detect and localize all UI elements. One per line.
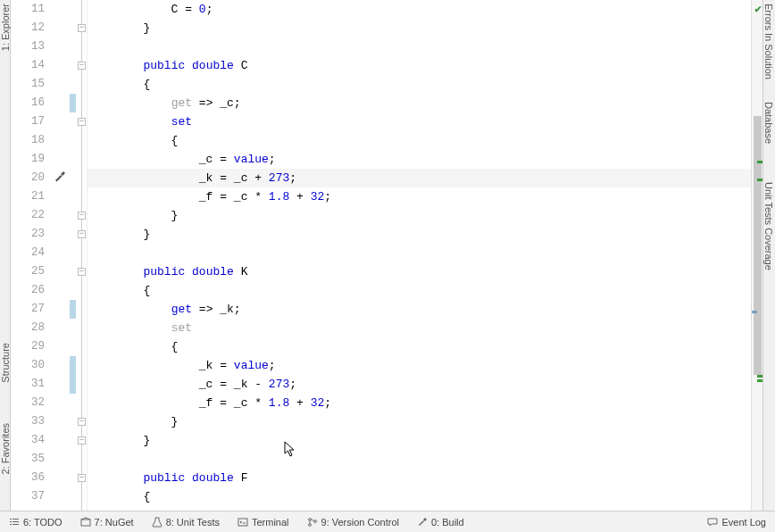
flask-icon (152, 517, 162, 528)
marker-gutter[interactable] (52, 0, 70, 511)
terminal-icon (238, 517, 248, 528)
code-line[interactable]: set (88, 112, 762, 131)
build-tool[interactable]: 0: Build (408, 511, 473, 532)
fold-toggle[interactable]: − (78, 24, 86, 32)
editor-scrollbar[interactable]: ✔ (751, 0, 762, 511)
favorites-tab[interactable]: 2: Favorites (0, 420, 11, 478)
database-tab[interactable]: Database (763, 98, 774, 147)
code-line[interactable]: { (88, 75, 762, 94)
code-editor[interactable]: 1112131415161718192021222324252627282930… (11, 0, 762, 511)
code-line[interactable]: _f = _c * 1.8 + 32; (88, 187, 762, 206)
line-number: 13 (11, 37, 45, 56)
fold-toggle[interactable]: − (78, 118, 86, 126)
line-number: 35 (11, 450, 45, 469)
code-line[interactable] (88, 450, 762, 469)
code-line[interactable]: _k = value; (88, 356, 762, 375)
line-number-gutter: 1112131415161718192021222324252627282930… (11, 0, 52, 511)
coverage-tab[interactable]: Unit Tests Coverage (763, 179, 774, 274)
code-line[interactable]: _f = _c * 1.8 + 32; (88, 394, 762, 412)
svg-point-4 (313, 520, 316, 522)
line-number: 16 (11, 94, 45, 112)
code-line[interactable]: get => _c; (88, 94, 762, 112)
speech-icon (707, 517, 718, 528)
line-number: 11 (11, 0, 45, 19)
code-line[interactable]: _c = _k - 273; (88, 375, 762, 394)
code-line[interactable]: public double F (88, 469, 762, 487)
code-line[interactable]: C = 0; (88, 0, 762, 19)
line-number: 17 (11, 112, 45, 131)
line-number: 25 (11, 262, 45, 281)
code-line[interactable]: } (88, 412, 762, 431)
marker-green[interactable] (757, 379, 762, 382)
fold-toggle[interactable]: − (78, 474, 86, 482)
left-tool-window-bar[interactable]: 1: Explorer Structure 2: Favorites (0, 0, 11, 511)
code-line[interactable]: _c = value; (88, 150, 762, 169)
code-line[interactable]: public double C (88, 56, 762, 75)
line-number: 27 (11, 300, 45, 319)
line-number: 14 (11, 56, 45, 75)
code-line[interactable]: { (88, 337, 762, 356)
errors-tab[interactable]: Errors In Solution (763, 0, 774, 83)
marker-green[interactable] (757, 375, 762, 378)
line-number: 37 (11, 487, 45, 506)
structure-tab[interactable]: Structure (0, 339, 11, 387)
line-number: 29 (11, 337, 45, 356)
hammer-icon (417, 517, 428, 528)
event-log-tool[interactable]: Event Log (698, 511, 775, 532)
line-number: 28 (11, 319, 45, 337)
marker-green[interactable] (757, 161, 762, 163)
fold-toggle[interactable]: − (78, 62, 86, 70)
fold-toggle[interactable]: − (78, 418, 86, 426)
code-line[interactable]: { (88, 131, 762, 150)
folding-gutter[interactable]: −−−−−−−−− (77, 0, 88, 511)
svg-point-2 (308, 518, 311, 520)
code-line[interactable]: { (88, 281, 762, 300)
code-line[interactable]: get => _k; (88, 300, 762, 319)
fold-toggle[interactable]: − (78, 230, 86, 238)
version-control-tool[interactable]: 9: Version Control (298, 511, 408, 532)
code-line[interactable] (88, 37, 762, 56)
line-number: 19 (11, 150, 45, 169)
list-icon (9, 517, 20, 528)
code-line[interactable]: } (88, 19, 762, 37)
change-gutter (70, 0, 77, 511)
code-line[interactable]: } (88, 206, 762, 225)
explorer-tab[interactable]: 1: Explorer (0, 0, 11, 54)
fold-toggle[interactable]: − (78, 436, 86, 445)
scrollbar-thumb[interactable] (754, 116, 762, 375)
todo-tool[interactable]: 6: TODO (0, 511, 71, 532)
fold-toggle[interactable]: − (78, 212, 86, 220)
code-line[interactable]: _k = _c + 273; (88, 169, 762, 187)
code-line[interactable]: set (88, 319, 762, 337)
hammer-icon[interactable] (54, 170, 66, 187)
code-line[interactable]: public double K (88, 262, 762, 281)
line-number: 22 (11, 206, 45, 225)
check-icon: ✔ (754, 2, 762, 16)
change-marker (70, 300, 76, 319)
line-number: 34 (11, 431, 45, 450)
code-area[interactable]: C = 0; } public double C { get => _c; se… (88, 0, 762, 511)
line-number: 12 (11, 19, 45, 37)
terminal-tool[interactable]: Terminal (229, 511, 298, 532)
line-number: 26 (11, 281, 45, 300)
code-line[interactable] (88, 244, 762, 262)
unit-tests-tool[interactable]: 8: Unit Tests (143, 511, 229, 532)
line-number: 20 (11, 169, 45, 187)
nuget-tool[interactable]: 7: NuGet (71, 511, 143, 532)
code-line[interactable]: } (88, 225, 762, 244)
line-number: 23 (11, 225, 45, 244)
change-marker (70, 375, 76, 394)
code-line[interactable]: } (88, 431, 762, 450)
status-bar: 6: TODO 7: NuGet 8: Unit Tests Terminal … (0, 511, 775, 532)
line-number: 36 (11, 469, 45, 487)
svg-rect-0 (81, 520, 90, 526)
line-number: 32 (11, 394, 45, 412)
marker-blue[interactable] (752, 311, 757, 313)
fold-toggle[interactable]: − (78, 268, 86, 276)
code-line[interactable]: { (88, 487, 762, 506)
branch-icon (307, 517, 318, 528)
right-tool-window-bar[interactable]: Errors In Solution Database Unit Tests C… (762, 0, 775, 511)
line-number: 18 (11, 131, 45, 150)
marker-green[interactable] (757, 179, 762, 181)
line-number: 33 (11, 412, 45, 431)
